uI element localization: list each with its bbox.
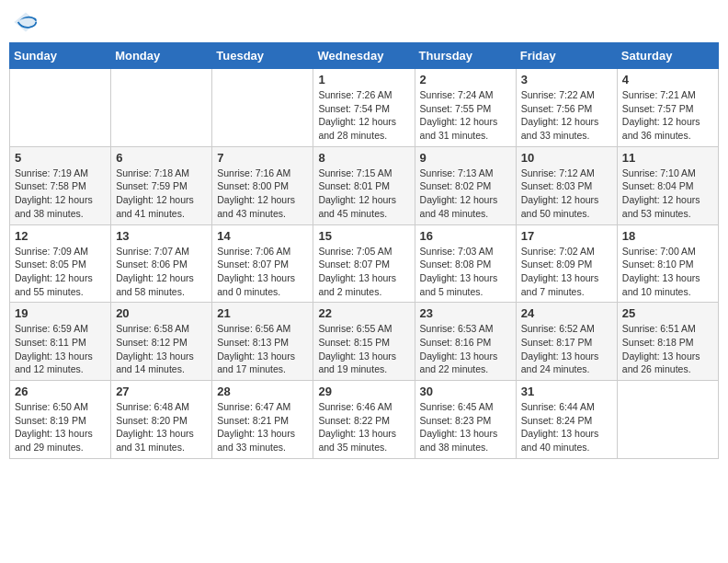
- day-number: 21: [217, 306, 308, 320]
- day-cell: 16Sunrise: 7:03 AM Sunset: 8:08 PM Dayli…: [415, 224, 516, 303]
- logo-icon: [13, 9, 39, 35]
- day-cell: 22Sunrise: 6:55 AM Sunset: 8:15 PM Dayli…: [313, 303, 415, 381]
- day-cell: 19Sunrise: 6:59 AM Sunset: 8:11 PM Dayli…: [10, 303, 111, 381]
- day-number: 14: [217, 229, 308, 243]
- day-info: Sunrise: 6:44 AM Sunset: 8:24 PM Dayligh…: [521, 400, 612, 454]
- day-info: Sunrise: 7:07 AM Sunset: 8:06 PM Dayligh…: [116, 245, 207, 299]
- day-info: Sunrise: 6:52 AM Sunset: 8:17 PM Dayligh…: [521, 322, 612, 376]
- day-info: Sunrise: 7:21 AM Sunset: 7:57 PM Dayligh…: [622, 88, 713, 143]
- logo: [13, 9, 42, 35]
- week-row-5: 26Sunrise: 6:50 AM Sunset: 8:19 PM Dayli…: [10, 381, 719, 459]
- day-number: 15: [318, 229, 409, 243]
- day-cell: 17Sunrise: 7:02 AM Sunset: 8:09 PM Dayli…: [516, 224, 617, 303]
- day-info: Sunrise: 7:16 AM Sunset: 8:00 PM Dayligh…: [217, 167, 308, 221]
- day-number: 29: [318, 385, 409, 398]
- day-cell: 27Sunrise: 6:48 AM Sunset: 8:20 PM Dayli…: [111, 381, 212, 459]
- day-cell: 29Sunrise: 6:46 AM Sunset: 8:22 PM Dayli…: [313, 381, 415, 459]
- weekday-header-monday: Monday: [111, 43, 212, 69]
- day-info: Sunrise: 7:19 AM Sunset: 7:58 PM Dayligh…: [15, 167, 106, 221]
- day-number: 8: [318, 151, 409, 165]
- day-info: Sunrise: 6:47 AM Sunset: 8:21 PM Dayligh…: [217, 400, 308, 454]
- day-number: 19: [15, 306, 106, 320]
- day-info: Sunrise: 6:58 AM Sunset: 8:12 PM Dayligh…: [116, 322, 207, 376]
- day-info: Sunrise: 7:03 AM Sunset: 8:08 PM Dayligh…: [420, 245, 511, 299]
- day-number: 2: [420, 73, 511, 86]
- day-cell: 28Sunrise: 6:47 AM Sunset: 8:21 PM Dayli…: [212, 381, 313, 459]
- day-cell: 30Sunrise: 6:45 AM Sunset: 8:23 PM Dayli…: [415, 381, 516, 459]
- day-info: Sunrise: 7:26 AM Sunset: 7:54 PM Dayligh…: [318, 88, 409, 143]
- day-info: Sunrise: 7:10 AM Sunset: 8:04 PM Dayligh…: [622, 167, 713, 221]
- day-info: Sunrise: 6:48 AM Sunset: 8:20 PM Dayligh…: [116, 400, 207, 454]
- day-cell: 3Sunrise: 7:22 AM Sunset: 7:56 PM Daylig…: [516, 69, 617, 147]
- calendar: SundayMondayTuesdayWednesdayThursdayFrid…: [9, 42, 719, 459]
- day-cell: 21Sunrise: 6:56 AM Sunset: 8:13 PM Dayli…: [212, 303, 313, 381]
- day-info: Sunrise: 7:15 AM Sunset: 8:01 PM Dayligh…: [318, 167, 409, 221]
- day-cell: 10Sunrise: 7:12 AM Sunset: 8:03 PM Dayli…: [516, 146, 617, 224]
- week-row-1: 1Sunrise: 7:26 AM Sunset: 7:54 PM Daylig…: [10, 69, 719, 147]
- day-number: 16: [420, 229, 511, 243]
- weekday-header-saturday: Saturday: [617, 43, 718, 69]
- page-header: [9, 9, 719, 35]
- day-cell: 25Sunrise: 6:51 AM Sunset: 8:18 PM Dayli…: [617, 303, 718, 381]
- day-info: Sunrise: 7:06 AM Sunset: 8:07 PM Dayligh…: [217, 245, 308, 299]
- day-number: 3: [521, 73, 612, 86]
- day-info: Sunrise: 7:00 AM Sunset: 8:10 PM Dayligh…: [622, 245, 713, 299]
- day-info: Sunrise: 7:24 AM Sunset: 7:55 PM Dayligh…: [420, 88, 511, 143]
- day-cell: 11Sunrise: 7:10 AM Sunset: 8:04 PM Dayli…: [617, 146, 718, 224]
- day-info: Sunrise: 6:56 AM Sunset: 8:13 PM Dayligh…: [217, 322, 308, 376]
- day-number: 13: [116, 229, 207, 243]
- day-cell: 6Sunrise: 7:18 AM Sunset: 7:59 PM Daylig…: [111, 146, 212, 224]
- day-number: 6: [116, 151, 207, 165]
- day-cell: [10, 69, 111, 147]
- weekday-header-tuesday: Tuesday: [212, 43, 313, 69]
- day-cell: 8Sunrise: 7:15 AM Sunset: 8:01 PM Daylig…: [313, 146, 415, 224]
- weekday-header-thursday: Thursday: [415, 43, 516, 69]
- day-cell: [617, 381, 718, 459]
- day-number: 11: [622, 151, 713, 165]
- day-cell: 13Sunrise: 7:07 AM Sunset: 8:06 PM Dayli…: [111, 224, 212, 303]
- day-cell: 31Sunrise: 6:44 AM Sunset: 8:24 PM Dayli…: [516, 381, 617, 459]
- day-cell: 2Sunrise: 7:24 AM Sunset: 7:55 PM Daylig…: [415, 69, 516, 147]
- day-number: 12: [15, 229, 106, 243]
- day-number: 22: [318, 306, 409, 320]
- day-cell: 7Sunrise: 7:16 AM Sunset: 8:00 PM Daylig…: [212, 146, 313, 224]
- day-cell: 23Sunrise: 6:53 AM Sunset: 8:16 PM Dayli…: [415, 303, 516, 381]
- day-cell: 14Sunrise: 7:06 AM Sunset: 8:07 PM Dayli…: [212, 224, 313, 303]
- day-info: Sunrise: 7:18 AM Sunset: 7:59 PM Dayligh…: [116, 167, 207, 221]
- day-number: 5: [15, 151, 106, 165]
- day-cell: [111, 69, 212, 147]
- day-number: 1: [318, 73, 409, 86]
- day-number: 27: [116, 385, 207, 398]
- day-cell: [212, 69, 313, 147]
- day-cell: 26Sunrise: 6:50 AM Sunset: 8:19 PM Dayli…: [10, 381, 111, 459]
- day-cell: 18Sunrise: 7:00 AM Sunset: 8:10 PM Dayli…: [617, 224, 718, 303]
- weekday-header-row: SundayMondayTuesdayWednesdayThursdayFrid…: [10, 43, 719, 69]
- day-number: 7: [217, 151, 308, 165]
- weekday-header-wednesday: Wednesday: [313, 43, 415, 69]
- day-info: Sunrise: 7:22 AM Sunset: 7:56 PM Dayligh…: [521, 88, 612, 143]
- day-number: 30: [420, 385, 511, 398]
- day-number: 9: [420, 151, 511, 165]
- weekday-header-sunday: Sunday: [10, 43, 111, 69]
- day-cell: 1Sunrise: 7:26 AM Sunset: 7:54 PM Daylig…: [313, 69, 415, 147]
- day-info: Sunrise: 6:55 AM Sunset: 8:15 PM Dayligh…: [318, 322, 409, 376]
- day-number: 26: [15, 385, 106, 398]
- day-number: 25: [622, 306, 713, 320]
- week-row-2: 5Sunrise: 7:19 AM Sunset: 7:58 PM Daylig…: [10, 146, 719, 224]
- day-cell: 24Sunrise: 6:52 AM Sunset: 8:17 PM Dayli…: [516, 303, 617, 381]
- day-number: 24: [521, 306, 612, 320]
- day-cell: 20Sunrise: 6:58 AM Sunset: 8:12 PM Dayli…: [111, 303, 212, 381]
- day-cell: 5Sunrise: 7:19 AM Sunset: 7:58 PM Daylig…: [10, 146, 111, 224]
- day-info: Sunrise: 6:46 AM Sunset: 8:22 PM Dayligh…: [318, 400, 409, 454]
- day-number: 28: [217, 385, 308, 398]
- day-number: 20: [116, 306, 207, 320]
- day-info: Sunrise: 6:53 AM Sunset: 8:16 PM Dayligh…: [420, 322, 511, 376]
- day-info: Sunrise: 6:45 AM Sunset: 8:23 PM Dayligh…: [420, 400, 511, 454]
- day-info: Sunrise: 6:59 AM Sunset: 8:11 PM Dayligh…: [15, 322, 106, 376]
- day-info: Sunrise: 7:05 AM Sunset: 8:07 PM Dayligh…: [318, 245, 409, 299]
- day-cell: 12Sunrise: 7:09 AM Sunset: 8:05 PM Dayli…: [10, 224, 111, 303]
- day-info: Sunrise: 7:09 AM Sunset: 8:05 PM Dayligh…: [15, 245, 106, 299]
- day-number: 31: [521, 385, 612, 398]
- day-info: Sunrise: 7:13 AM Sunset: 8:02 PM Dayligh…: [420, 167, 511, 221]
- day-info: Sunrise: 7:02 AM Sunset: 8:09 PM Dayligh…: [521, 245, 612, 299]
